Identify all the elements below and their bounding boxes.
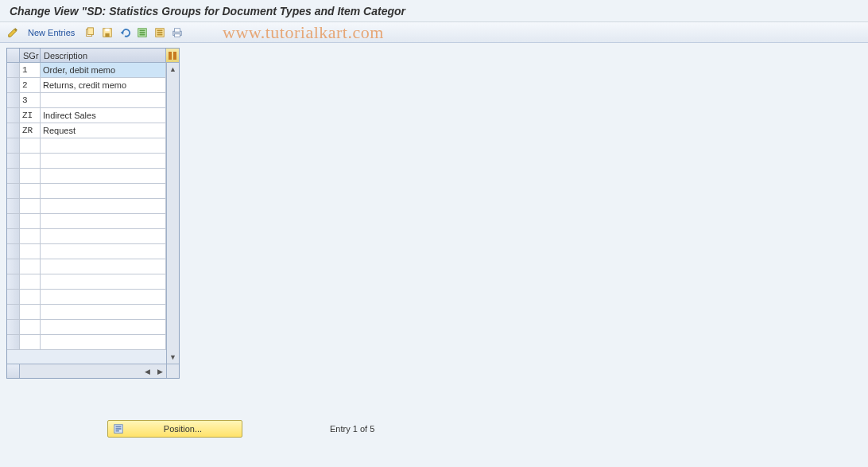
table-body: 1Order, debit memo2Returns, credit memo3… xyxy=(7,63,179,364)
deselect-all-icon[interactable] xyxy=(152,25,168,41)
column-header-sgr[interactable]: SGr xyxy=(20,49,41,62)
horizontal-scrollbar[interactable]: ◀ ▶ xyxy=(7,364,179,378)
table-row xyxy=(7,274,166,290)
cell-description[interactable] xyxy=(41,138,166,154)
print-icon[interactable] xyxy=(169,25,185,41)
row-selector[interactable] xyxy=(7,123,20,138)
cell-description[interactable] xyxy=(41,199,166,214)
row-selector[interactable] xyxy=(7,154,20,169)
row-selector[interactable] xyxy=(7,108,20,123)
cell-sgr[interactable] xyxy=(20,199,41,214)
cell-description[interactable] xyxy=(41,169,166,184)
scroll-up-icon[interactable]: ▲ xyxy=(167,63,179,76)
select-all-icon[interactable] xyxy=(134,25,150,41)
cell-sgr[interactable]: ZI xyxy=(20,108,41,123)
cell-sgr[interactable] xyxy=(20,138,41,154)
cell-description[interactable] xyxy=(41,290,166,305)
cell-sgr[interactable] xyxy=(20,290,41,305)
table-row xyxy=(7,259,166,274)
cell-sgr[interactable] xyxy=(20,154,41,169)
column-header-description[interactable]: Description xyxy=(41,49,166,62)
svg-rect-16 xyxy=(169,52,172,60)
row-selector[interactable] xyxy=(7,244,20,259)
save-icon[interactable] xyxy=(99,25,115,41)
row-selector[interactable] xyxy=(7,78,20,93)
row-selector[interactable] xyxy=(7,274,20,290)
row-selector[interactable] xyxy=(7,63,20,78)
cell-description[interactable]: Returns, credit memo xyxy=(41,78,166,93)
cell-sgr[interactable]: 2 xyxy=(20,78,41,93)
toolbar: New Entries xyxy=(0,22,868,43)
position-icon xyxy=(113,423,124,434)
cell-sgr[interactable]: 1 xyxy=(20,63,41,78)
table-viewport: SGr Description 1Order, debit memo2Retur… xyxy=(6,48,180,379)
new-entries-button[interactable]: New Entries xyxy=(22,25,80,41)
row-selector[interactable] xyxy=(7,184,20,199)
cell-sgr[interactable] xyxy=(20,274,41,290)
cell-description[interactable] xyxy=(41,154,166,169)
svg-rect-6 xyxy=(140,29,145,31)
row-selector[interactable] xyxy=(7,305,20,320)
page-title: Change View "SD: Statistics Groups for D… xyxy=(10,5,405,18)
row-selector[interactable] xyxy=(7,229,20,244)
cell-description[interactable]: Order, debit memo xyxy=(41,63,166,78)
vertical-scrollbar[interactable]: ▲ ▼ xyxy=(166,63,179,364)
svg-rect-15 xyxy=(175,33,180,37)
svg-rect-21 xyxy=(116,430,119,432)
cell-description[interactable] xyxy=(41,274,166,290)
svg-rect-14 xyxy=(175,28,180,31)
cell-sgr[interactable] xyxy=(20,184,41,199)
svg-rect-20 xyxy=(116,428,122,430)
row-selector[interactable] xyxy=(7,199,20,214)
row-selector[interactable] xyxy=(7,169,20,184)
title-bar: Change View "SD: Statistics Groups for D… xyxy=(0,0,868,22)
scroll-right-icon[interactable]: ▶ xyxy=(153,364,166,378)
position-button[interactable]: Position... xyxy=(107,420,242,438)
cell-description[interactable]: Request xyxy=(41,123,166,138)
row-selector[interactable] xyxy=(7,259,20,274)
cell-description[interactable] xyxy=(41,305,166,320)
scroll-left-icon[interactable]: ◀ xyxy=(141,364,153,378)
row-selector[interactable] xyxy=(7,214,20,229)
row-selector[interactable] xyxy=(7,93,20,108)
cell-sgr[interactable]: 3 xyxy=(20,93,41,108)
cell-description[interactable] xyxy=(41,229,166,244)
cell-description[interactable]: Indirect Sales xyxy=(41,108,166,123)
table-row xyxy=(7,214,166,229)
copy-icon[interactable] xyxy=(82,25,98,41)
row-selector[interactable] xyxy=(7,335,20,350)
table-configure-icon[interactable] xyxy=(166,49,179,62)
undo-icon[interactable] xyxy=(117,25,133,41)
table-row: 2Returns, credit memo xyxy=(7,78,166,93)
row-selector[interactable] xyxy=(7,138,20,154)
cell-sgr[interactable] xyxy=(20,335,41,350)
row-selector[interactable] xyxy=(7,290,20,305)
cell-sgr[interactable] xyxy=(20,320,41,335)
svg-rect-12 xyxy=(157,33,163,35)
cell-description[interactable] xyxy=(41,93,166,108)
table-row xyxy=(7,138,166,154)
cell-sgr[interactable]: ZR xyxy=(20,123,41,138)
cell-sgr[interactable] xyxy=(20,259,41,274)
toggle-display-change-icon[interactable] xyxy=(5,25,21,41)
table-row: ZIIndirect Sales xyxy=(7,108,166,123)
cell-sgr[interactable] xyxy=(20,214,41,229)
cell-sgr[interactable] xyxy=(20,169,41,184)
row-selector[interactable] xyxy=(7,320,20,335)
cell-description[interactable] xyxy=(41,320,166,335)
cell-description[interactable] xyxy=(41,335,166,350)
position-button-label: Position... xyxy=(129,424,237,434)
cell-description[interactable] xyxy=(41,244,166,259)
svg-rect-10 xyxy=(157,29,163,31)
table-header: SGr Description xyxy=(7,49,179,63)
cell-sgr[interactable] xyxy=(20,244,41,259)
cell-sgr[interactable] xyxy=(20,229,41,244)
cell-description[interactable] xyxy=(41,214,166,229)
scroll-down-icon[interactable]: ▼ xyxy=(167,351,179,364)
cell-sgr[interactable] xyxy=(20,305,41,320)
table-row: 3 xyxy=(7,93,166,108)
select-all-rows-corner[interactable] xyxy=(7,49,20,62)
cell-description[interactable] xyxy=(41,184,166,199)
cell-description[interactable] xyxy=(41,259,166,274)
table-row xyxy=(7,305,166,320)
